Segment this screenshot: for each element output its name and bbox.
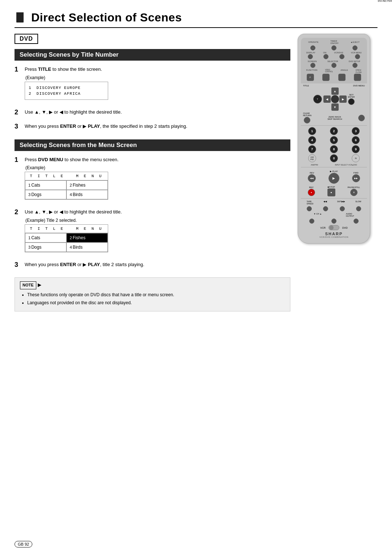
skp-button[interactable] — [340, 206, 345, 211]
note-item-1: These functions only operate on DVD disc… — [27, 292, 285, 298]
remote-row-function: F — [302, 74, 366, 81]
display-button[interactable] — [308, 54, 313, 59]
zero-back-button[interactable] — [358, 115, 365, 121]
ch-audio-labels: ▼ CH ▲ AUDIOOUTPUT — [301, 212, 367, 218]
remote-top-area: OPERATE TIMERON/OFF ▲EJECT ··· DISPLAY O… — [301, 38, 367, 83]
function-button[interactable]: F — [307, 74, 314, 81]
play-label-text: ▶ PLAY — [330, 170, 338, 172]
ch-up-button[interactable] — [331, 219, 336, 224]
fwd-label: FWD — [354, 172, 359, 174]
note-label-box: NOTE — [20, 281, 36, 289]
clear-group: CLEARRETURN — [303, 112, 311, 123]
ch-audio-btns — [301, 219, 367, 224]
num-4-button[interactable]: 4 — [308, 136, 316, 144]
operate-button[interactable]: ··· — [310, 45, 315, 50]
vcr-dvd-label: VCR/DVD — [334, 52, 343, 54]
s2-step3-content: When you press ENTER or ▶ PLAY, title 2 … — [25, 261, 290, 270]
remote-control: OPERATE TIMERON/OFF ▲EJECT ··· DISPLAY O… — [298, 34, 370, 244]
slow-button[interactable] — [356, 206, 361, 211]
sharp-sub: VCR/DVD COMBINATION — [301, 236, 367, 238]
title-label: TITLE — [303, 85, 309, 87]
operate-label: OPERATE — [308, 41, 318, 43]
clear-return-button[interactable] — [304, 117, 310, 123]
play-button[interactable]: ▶ — [328, 173, 339, 184]
video-control-button[interactable] — [322, 74, 330, 81]
title-screen-mockup: 1 DISCOVERY EUROPE 2 DISCOVERY AFRICA — [25, 82, 108, 100]
menu-cell-1-dogs: 3Dogs — [25, 190, 66, 199]
vcr-menu-button[interactable] — [355, 54, 360, 59]
note-arrow-icon: ▶ — [38, 282, 41, 289]
rev-label: REV — [310, 172, 314, 174]
remote-row-operate: OPERATE TIMERON/OFF ▲EJECT — [302, 40, 366, 44]
num-5-button[interactable]: 5 — [330, 136, 338, 144]
eject-button[interactable] — [352, 45, 358, 50]
step-number-3: 3 — [15, 123, 25, 130]
play-group: ▶ PLAY ▶ — [328, 170, 339, 184]
page-container: Direct Selection of Scenes DVD Selecting… — [0, 0, 392, 554]
set-enter-button[interactable] — [348, 98, 355, 105]
timer-button[interactable] — [331, 45, 336, 50]
step1-text: Press TITLE to show the title screen. — [25, 66, 290, 73]
num-1-button[interactable]: 1 — [308, 127, 316, 135]
main-layout: DVD Selecting Scenes by Title Number 1 P… — [15, 34, 377, 311]
note-item-2: Languages not provided on the disc are n… — [27, 300, 285, 306]
dpad-area: T ▲ ◀ ▶ ▼ — [301, 87, 367, 111]
num-2-button[interactable]: 2 — [330, 127, 338, 135]
audio-output-button[interactable] — [354, 219, 359, 224]
video-ctrl-label: VIDEOCONTROL — [325, 69, 333, 73]
num-8-button[interactable]: 8 — [330, 145, 338, 153]
am-pm-button[interactable]: AMPM — [308, 154, 316, 162]
angle-label: ANGLE — [340, 69, 348, 73]
title-button[interactable]: T — [313, 95, 322, 103]
title-dvd-menu-labels: TITLE DVD MENU — [301, 85, 367, 87]
screen-row-labels: SCREEN SELECTOR DVD SETUP — [302, 60, 366, 62]
timer-label: TIMERON/OFF — [330, 40, 339, 44]
input-select-vcr-dvd-label: INPUT SELECT VCR●DVD — [335, 164, 357, 166]
stop-label: ■STOP — [328, 186, 335, 188]
num-3-button[interactable]: 3 — [352, 127, 360, 135]
dpad-left-button[interactable]: ◀ — [323, 95, 331, 103]
pause-group: PAUSE/STILL ⏸ — [348, 186, 360, 196]
s2-step2-content: Use ▲, ▼, ▶ or ◀ to highlight the desire… — [25, 208, 290, 256]
input-select-button[interactable]: IN — [352, 154, 360, 162]
dpad-right-button[interactable]: ▶ — [339, 95, 347, 103]
rec-group: REC ● — [308, 186, 315, 196]
vcr-menu-label: VCR MENU — [351, 52, 362, 54]
divider-3 — [301, 198, 367, 199]
dpad-down-button[interactable]: ▼ — [331, 103, 339, 111]
ch-down-button[interactable] — [309, 219, 314, 224]
tape-speed-button[interactable] — [307, 206, 312, 211]
selector-button[interactable] — [331, 63, 336, 68]
stop-button[interactable]: ■ — [327, 188, 335, 196]
num-6-button[interactable]: 6 — [352, 136, 360, 144]
page-header: Direct Selection of Scenes — [15, 11, 377, 28]
screen-button[interactable] — [310, 63, 315, 68]
fwd-button[interactable]: ▶▶ — [352, 174, 360, 182]
dpad: ▲ ◀ ▶ ▼ — [323, 87, 347, 111]
section2-step3: 3 When you press ENTER or ▶ PLAY, title … — [15, 261, 290, 270]
dvd-setup-label: DVD SETUP — [349, 60, 360, 62]
menu-mockup-1: T I T L E M E N U 1Cats 2Fishes 3Dogs 4B… — [25, 172, 108, 200]
model-labels: DV-NC70W ·········· G-CODE □ DV-NC70 ···… — [351, 0, 392, 3]
step3-content: When you press ENTER or ▶ PLAY, the titl… — [25, 123, 290, 132]
rew-button[interactable] — [323, 206, 328, 211]
dpad-up-button[interactable]: ▲ — [331, 87, 339, 95]
vcr-dvd-switch[interactable] — [328, 225, 339, 230]
open-close-button[interactable] — [354, 74, 361, 81]
menu-cell-1-fishes: 2Fishes — [66, 180, 108, 190]
angle-button[interactable] — [338, 74, 346, 81]
rev-button[interactable]: ◀◀ — [308, 174, 316, 182]
screen-row-2: 2 DISCOVERY AFRICA — [29, 91, 104, 97]
rec-button[interactable]: ● — [308, 189, 315, 196]
num-7-button[interactable]: 7 — [308, 145, 316, 153]
pause-button[interactable]: ⏸ — [350, 189, 358, 196]
on-button[interactable] — [323, 54, 328, 59]
num-9-button[interactable]: 9 — [352, 145, 360, 153]
menu-cell-1-birds: 4Birds — [66, 190, 108, 199]
vcr-dvd-button[interactable] — [339, 54, 344, 59]
num-0-button[interactable]: 0 — [330, 154, 338, 162]
right-content: DV-NC70W ·········· G-CODE □ DV-NC70 ···… — [298, 34, 377, 311]
skp-label: SKP ▶▶ — [337, 200, 345, 205]
step3-text: When you press ENTER or ▶ PLAY, the titl… — [25, 123, 290, 130]
dvd-setup-button[interactable] — [352, 63, 358, 68]
